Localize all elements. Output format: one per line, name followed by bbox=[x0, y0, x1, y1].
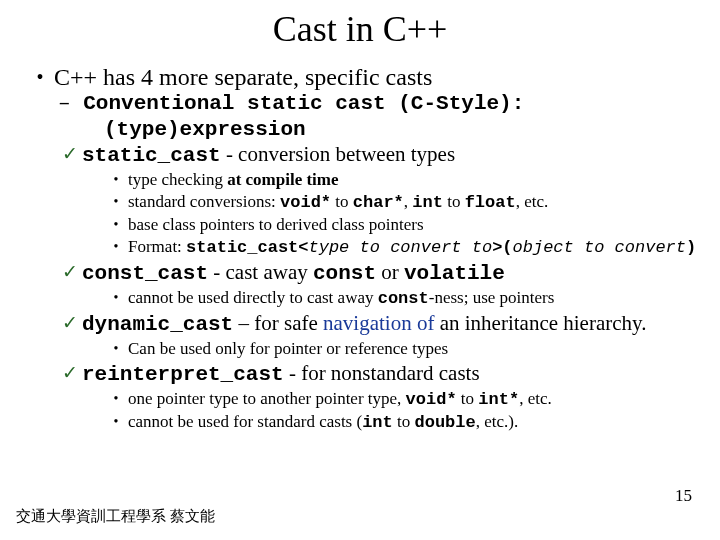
rc-sub1-text: one pointer type to another pointer type… bbox=[128, 389, 552, 410]
sc-sub1: • type checking at compile time bbox=[104, 170, 702, 190]
t: const bbox=[313, 262, 376, 285]
t: or bbox=[376, 260, 404, 284]
bullet-const-cast: ✓ const_cast - cast away const or volati… bbox=[58, 260, 702, 286]
t: to bbox=[331, 192, 353, 211]
footer-text: 交通大學資訓工程學系 蔡文能 bbox=[16, 507, 215, 526]
bullet-main: • C++ has 4 more separate, specific cast… bbox=[26, 64, 702, 90]
t: void* bbox=[280, 193, 331, 212]
t: to bbox=[443, 192, 465, 211]
bullet-dot-icon: • bbox=[104, 339, 128, 359]
t: int bbox=[412, 193, 443, 212]
t: cannot be used directly to cast away bbox=[128, 288, 378, 307]
sc-sub4: • Format: static_cast<type to convert to… bbox=[104, 237, 702, 258]
sc-sub3-text: base class pointers to derived class poi… bbox=[128, 215, 424, 235]
t: Format: bbox=[128, 237, 186, 256]
t: to bbox=[457, 389, 479, 408]
static-cast-code: static_cast bbox=[82, 144, 221, 167]
t: – for safe bbox=[233, 311, 323, 335]
bullet-dot-icon: • bbox=[104, 215, 128, 235]
slide: Cast in C++ • C++ has 4 more separate, s… bbox=[0, 0, 720, 540]
check-icon: ✓ bbox=[58, 311, 82, 335]
t: dynamic_cast bbox=[82, 313, 233, 336]
dc-sub1-text: Can be used only for pointer or referenc… bbox=[128, 339, 448, 359]
t: int* bbox=[478, 390, 519, 409]
bullet-dot-icon: • bbox=[104, 288, 128, 308]
t: at compile time bbox=[227, 170, 338, 189]
bullet-static-cast: ✓ static_cast - conversion between types bbox=[58, 142, 702, 168]
conventional-line2: (type)expression bbox=[104, 118, 306, 141]
t: to bbox=[393, 412, 415, 431]
t: one pointer type to another pointer type… bbox=[128, 389, 406, 408]
t: const_cast bbox=[82, 262, 208, 285]
t: object to convert bbox=[513, 238, 686, 257]
sc-sub2: • standard conversions: void* to char*, … bbox=[104, 192, 702, 213]
t: type to convert to bbox=[309, 238, 493, 257]
t: ) bbox=[686, 238, 696, 257]
t: >( bbox=[492, 238, 512, 257]
dash-icon: – bbox=[58, 92, 83, 116]
t: , etc. bbox=[519, 389, 552, 408]
rc-sub2-text: cannot be used for standard casts (int t… bbox=[128, 412, 518, 433]
t: void* bbox=[406, 390, 457, 409]
page-number: 15 bbox=[675, 486, 692, 506]
bullet-dynamic-cast: ✓ dynamic_cast – for safe navigation of … bbox=[58, 311, 702, 337]
t: int bbox=[362, 413, 393, 432]
cc-sub1: • cannot be used directly to cast away c… bbox=[104, 288, 702, 309]
t: double bbox=[414, 413, 475, 432]
bullet-conventional: – Conventional static cast (C-Style): bbox=[58, 92, 702, 116]
sc-sub3: • base class pointers to derived class p… bbox=[104, 215, 702, 235]
check-icon: ✓ bbox=[58, 361, 82, 385]
t: static_cast< bbox=[186, 238, 308, 257]
t: , etc. bbox=[516, 192, 549, 211]
bullet-dot-icon: • bbox=[104, 389, 128, 409]
sc-sub1-text: type checking at compile time bbox=[128, 170, 339, 190]
t: type checking bbox=[128, 170, 227, 189]
t: reinterpret_cast bbox=[82, 363, 284, 386]
static-cast-rest: - conversion between types bbox=[221, 142, 455, 166]
const-cast-head: const_cast - cast away const or volatile bbox=[82, 260, 505, 286]
bullet-dot-icon: • bbox=[104, 170, 128, 190]
cc-sub1-text: cannot be used directly to cast away con… bbox=[128, 288, 554, 309]
bullet-dot-icon: • bbox=[26, 64, 54, 90]
t: char* bbox=[353, 193, 404, 212]
page-title: Cast in C++ bbox=[18, 8, 702, 50]
bullet-main-text: C++ has 4 more separate, specific casts bbox=[54, 64, 432, 90]
t: volatile bbox=[404, 262, 505, 285]
t: , etc.). bbox=[476, 412, 518, 431]
t: - cast away bbox=[208, 260, 313, 284]
conventional-line1: Conventional static cast (C-Style): bbox=[83, 92, 524, 116]
rc-sub2: • cannot be used for standard casts (int… bbox=[104, 412, 702, 433]
check-icon: ✓ bbox=[58, 260, 82, 284]
sc-sub2-text: standard conversions: void* to char*, in… bbox=[128, 192, 548, 213]
conventional-line2-wrap: (type)expression bbox=[104, 118, 702, 142]
rc-sub1: • one pointer type to another pointer ty… bbox=[104, 389, 702, 410]
t: cannot be used for standard casts ( bbox=[128, 412, 362, 431]
dynamic-cast-head: dynamic_cast – for safe navigation of an… bbox=[82, 311, 646, 337]
bullet-dot-icon: • bbox=[104, 412, 128, 432]
bullet-dot-icon: • bbox=[104, 237, 128, 257]
sc-sub4-text: Format: static_cast<type to convert to>(… bbox=[128, 237, 696, 258]
t: standard conversions: bbox=[128, 192, 280, 211]
bullet-reinterpret-cast: ✓ reinterpret_cast - for nonstandard cas… bbox=[58, 361, 702, 387]
bullet-dot-icon: • bbox=[104, 192, 128, 212]
dc-sub1: • Can be used only for pointer or refere… bbox=[104, 339, 702, 359]
t: an inheritance hierarchy. bbox=[434, 311, 646, 335]
t: const bbox=[378, 289, 429, 308]
t: float bbox=[465, 193, 516, 212]
t: -ness; use pointers bbox=[429, 288, 555, 307]
t: navigation of bbox=[323, 311, 434, 335]
t: - for nonstandard casts bbox=[284, 361, 480, 385]
static-cast-head: static_cast - conversion between types bbox=[82, 142, 455, 168]
reinterpret-cast-head: reinterpret_cast - for nonstandard casts bbox=[82, 361, 480, 387]
check-icon: ✓ bbox=[58, 142, 82, 166]
